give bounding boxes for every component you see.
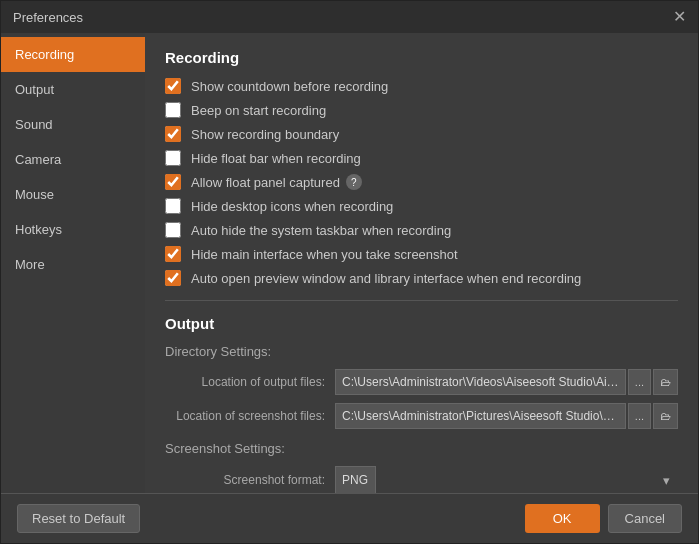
output-section-title: Output	[165, 315, 678, 332]
checkbox-taskbar: Auto hide the system taskbar when record…	[165, 222, 678, 238]
checkbox-beep-input[interactable]	[165, 102, 181, 118]
checkbox-main-interface: Hide main interface when you take screen…	[165, 246, 678, 262]
checkbox-boundary: Show recording boundary	[165, 126, 678, 142]
preferences-window: Preferences ✕ Recording Output Sound Cam…	[0, 0, 699, 544]
sidebar-item-mouse[interactable]: Mouse	[1, 177, 145, 212]
divider	[165, 300, 678, 301]
output-files-label: Location of output files:	[165, 375, 335, 389]
sidebar-item-recording[interactable]: Recording	[1, 37, 145, 72]
help-icon[interactable]: ?	[346, 174, 362, 190]
sidebar-item-more[interactable]: More	[1, 247, 145, 282]
output-files-folder-button[interactable]: 🗁	[653, 369, 678, 395]
screenshot-files-label: Location of screenshot files:	[165, 409, 335, 423]
screenshot-format-label: Screenshot format:	[165, 473, 335, 487]
screenshot-settings-label: Screenshot Settings:	[165, 441, 678, 456]
close-button[interactable]: ✕	[673, 9, 686, 25]
checkbox-float-bar-input[interactable]	[165, 150, 181, 166]
checkbox-preview-window: Auto open preview window and library int…	[165, 270, 678, 286]
window-title: Preferences	[13, 10, 83, 25]
sidebar: Recording Output Sound Camera Mouse Hotk…	[1, 33, 145, 493]
checkbox-beep: Beep on start recording	[165, 102, 678, 118]
screenshot-files-row: Location of screenshot files: ... 🗁	[165, 403, 678, 429]
screenshot-files-input[interactable]	[335, 403, 626, 429]
cancel-button[interactable]: Cancel	[608, 504, 682, 533]
output-files-input[interactable]	[335, 369, 626, 395]
main-content: Recording Output Sound Camera Mouse Hotk…	[1, 33, 698, 493]
sidebar-item-sound[interactable]: Sound	[1, 107, 145, 142]
checkbox-float-panel: Allow float panel captured ?	[165, 174, 678, 190]
checkbox-desktop-icons: Hide desktop icons when recording	[165, 198, 678, 214]
checkbox-desktop-icons-input[interactable]	[165, 198, 181, 214]
directory-settings-label: Directory Settings:	[165, 344, 678, 359]
titlebar: Preferences ✕	[1, 1, 698, 33]
ok-button[interactable]: OK	[525, 504, 600, 533]
checkbox-countdown: Show countdown before recording	[165, 78, 678, 94]
sidebar-item-camera[interactable]: Camera	[1, 142, 145, 177]
content-area: Recording Show countdown before recordin…	[145, 33, 698, 493]
checkbox-float-panel-input[interactable]	[165, 174, 181, 190]
sidebar-item-output[interactable]: Output	[1, 72, 145, 107]
checkbox-countdown-input[interactable]	[165, 78, 181, 94]
recording-section-title: Recording	[165, 49, 678, 66]
screenshot-format-select[interactable]: PNG JPG BMP GIF	[335, 466, 376, 493]
screenshot-format-wrapper: PNG JPG BMP GIF	[335, 466, 678, 493]
output-files-browse-button[interactable]: ...	[628, 369, 651, 395]
output-files-row: Location of output files: ... 🗁	[165, 369, 678, 395]
screenshot-files-browse-button[interactable]: ...	[628, 403, 651, 429]
checkbox-taskbar-input[interactable]	[165, 222, 181, 238]
footer: Reset to Default OK Cancel	[1, 493, 698, 543]
screenshot-files-folder-button[interactable]: 🗁	[653, 403, 678, 429]
footer-right: OK Cancel	[525, 504, 682, 533]
screenshot-format-row: Screenshot format: PNG JPG BMP GIF	[165, 466, 678, 493]
screenshot-settings: Screenshot Settings: Screenshot format: …	[165, 441, 678, 493]
reset-button[interactable]: Reset to Default	[17, 504, 140, 533]
checkbox-preview-window-input[interactable]	[165, 270, 181, 286]
checkbox-boundary-input[interactable]	[165, 126, 181, 142]
checkbox-float-bar: Hide float bar when recording	[165, 150, 678, 166]
checkbox-main-interface-input[interactable]	[165, 246, 181, 262]
sidebar-item-hotkeys[interactable]: Hotkeys	[1, 212, 145, 247]
